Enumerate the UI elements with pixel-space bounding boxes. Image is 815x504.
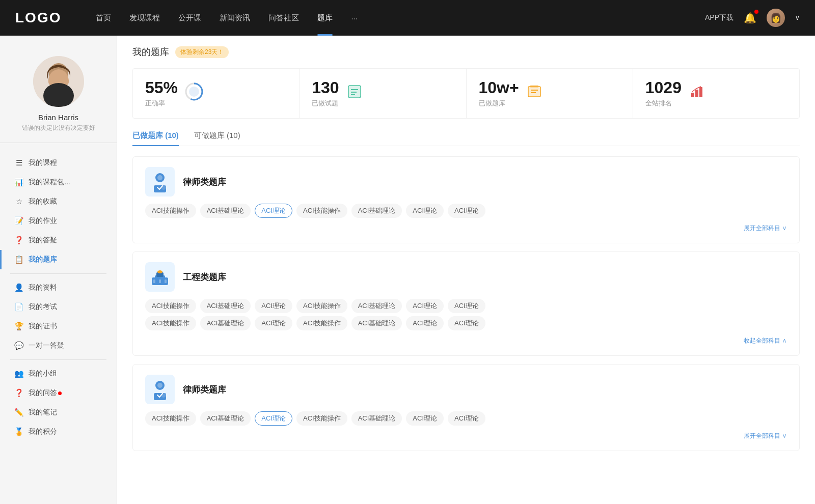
tag-item[interactable]: ACI技能操作 (296, 316, 347, 330)
tag-item[interactable]: ACI理论 (406, 316, 444, 330)
page-header: 我的题库 体验剩余23天！ (132, 46, 800, 58)
tag-item[interactable]: ACI基础理论 (351, 299, 402, 313)
sidebar-item-notes[interactable]: ✏️ 我的笔记 (0, 403, 117, 422)
tag-item[interactable]: ACI理论 (448, 316, 485, 330)
tab-done-banks[interactable]: 已做题库 (10) (132, 131, 179, 146)
sidebar-item-exam[interactable]: 📄 我的考试 (0, 297, 117, 317)
tags-row-engineer-2: ACI技能操作 ACI基础理论 ACI理论 ACI技能操作 ACI基础理论 AC… (145, 316, 787, 330)
bank-icon-lawyer-2 (145, 375, 175, 404)
expand-link-lawyer-1[interactable]: 展开全部科目 ∨ (145, 221, 787, 233)
stat-icon-rank (689, 83, 705, 103)
tag-item[interactable]: ACI技能操作 (296, 299, 347, 313)
sidebar-item-course-packages[interactable]: 📊 我的课程包... (0, 173, 117, 192)
expand-link-lawyer-2[interactable]: 展开全部科目 ∨ (145, 429, 787, 440)
tag-item[interactable]: ACI理论 (448, 299, 485, 313)
svg-point-23 (157, 175, 162, 180)
bank-card-header: 律师类题库 (145, 167, 787, 197)
stat-icon-banks (526, 83, 542, 103)
tag-item[interactable]: ACI理论 (406, 299, 444, 313)
sidebar-item-label: 我的资料 (29, 283, 57, 292)
nav-home[interactable]: 首页 (87, 0, 120, 36)
sidebar-item-qa[interactable]: ❓ 我的答疑 (0, 231, 117, 250)
page-title: 我的题库 (132, 46, 169, 58)
notification-button[interactable]: 🔔 (744, 12, 756, 24)
tag-item[interactable]: ACI基础理论 (351, 316, 402, 330)
tag-item[interactable]: ACI技能操作 (145, 411, 196, 426)
tag-item[interactable]: ACI技能操作 (145, 204, 196, 218)
collapse-link-engineer[interactable]: 收起全部科目 ∧ (145, 333, 787, 345)
bell-icon: 🔔 (744, 12, 756, 23)
stat-text: 55% 正确率 (145, 79, 178, 108)
nav-open-course[interactable]: 公开课 (169, 0, 210, 36)
tag-item[interactable]: ACI理论 (255, 316, 292, 330)
tag-item-active[interactable]: ACI理论 (255, 411, 292, 426)
tag-item-active[interactable]: ACI理论 (255, 204, 292, 218)
stat-label-3: 已做题库 (479, 99, 519, 108)
menu-divider-2 (10, 359, 106, 360)
tag-item[interactable]: ACI理论 (255, 299, 292, 313)
tag-item[interactable]: ACI基础理论 (200, 411, 251, 426)
bank-card-header-2: 工程类题库 (145, 262, 787, 292)
tags-row-lawyer-1: ACI技能操作 ACI基础理论 ACI理论 ACI技能操作 ACI基础理论 AC… (145, 204, 787, 218)
tag-item[interactable]: ACI技能操作 (296, 411, 347, 426)
bank-icon-engineer (145, 262, 175, 292)
tag-item[interactable]: ACI基础理论 (351, 204, 402, 218)
trial-badge: 体验剩余23天！ (175, 46, 229, 58)
nav-menu: 首页 发现课程 公开课 新闻资讯 问答社区 题库 ··· (87, 0, 705, 36)
tag-item[interactable]: ACI理论 (406, 204, 444, 218)
tab-available-banks[interactable]: 可做题库 (10) (194, 131, 240, 146)
sidebar-item-label: 我的收藏 (29, 197, 57, 206)
sidebar-item-homework[interactable]: 📝 我的作业 (0, 211, 117, 231)
content-tabs: 已做题库 (10) 可做题库 (10) (132, 131, 800, 146)
tag-item[interactable]: ACI理论 (448, 411, 485, 426)
user-dropdown-arrow[interactable]: ∨ (795, 14, 800, 21)
sidebar-item-favorites[interactable]: ☆ 我的收藏 (0, 192, 117, 211)
nav-qa[interactable]: 问答社区 (259, 0, 308, 36)
menu-divider (10, 273, 106, 274)
sidebar-item-tutor[interactable]: 💬 一对一答疑 (0, 336, 117, 355)
svg-point-7 (189, 87, 199, 97)
tag-item[interactable]: ACI基础理论 (351, 411, 402, 426)
avatar (33, 56, 84, 107)
stat-number-2: 130 (312, 79, 339, 97)
stat-text-3: 10w+ 已做题库 (479, 79, 519, 108)
nav-quiz[interactable]: 题库 (308, 0, 342, 36)
tag-item[interactable]: ACI基础理论 (200, 299, 251, 313)
sidebar-item-certificate[interactable]: 🏆 我的证书 (0, 317, 117, 336)
tag-item[interactable]: ACI技能操作 (296, 204, 347, 218)
nav-more[interactable]: ··· (342, 0, 367, 36)
stat-done-banks: 10w+ 已做题库 (467, 69, 633, 118)
bank-card-lawyer-2: 律师类题库 ACI技能操作 ACI基础理论 ACI理论 ACI技能操作 ACI基… (132, 364, 800, 451)
sidebar-item-courses[interactable]: ☰ 我的课程 (0, 153, 117, 173)
stat-accuracy: 55% 正确率 (133, 69, 300, 118)
tags-row-lawyer-2: ACI技能操作 ACI基础理论 ACI理论 ACI技能操作 ACI基础理论 AC… (145, 411, 787, 426)
tag-item[interactable]: ACI理论 (406, 411, 444, 426)
tag-item[interactable]: ACI技能操作 (145, 316, 196, 330)
stat-ranking: 1029 全站排名 (633, 69, 799, 118)
user-avatar-nav[interactable]: 👩 (767, 9, 785, 27)
tag-item[interactable]: ACI基础理论 (200, 316, 251, 330)
sidebar-item-label: 我的笔记 (29, 408, 57, 417)
sidebar-item-label: 我的小组 (29, 369, 57, 378)
navbar-right: APP下载 🔔 👩 ∨ (705, 9, 800, 27)
stat-number-3: 10w+ (479, 79, 519, 97)
nav-discover[interactable]: 发现课程 (120, 0, 169, 36)
main-content: 我的题库 体验剩余23天！ 55% 正确率 (117, 36, 815, 504)
bank-card-engineer: 工程类题库 ACI技能操作 ACI基础理论 ACI理论 ACI技能操作 ACI基… (132, 251, 800, 356)
stat-icon-done (346, 83, 363, 103)
sidebar-item-groups[interactable]: 👥 我的小组 (0, 364, 117, 383)
profile-icon: 👤 (14, 283, 23, 292)
tag-item[interactable]: ACI基础理论 (200, 204, 251, 218)
profile-name: Brian Harris (38, 113, 78, 122)
sidebar-item-questions[interactable]: ❓ 我的问答 (0, 383, 117, 403)
svg-rect-28 (157, 270, 162, 273)
sidebar-item-questionbank[interactable]: 📋 我的题库 (0, 250, 117, 269)
nav-news[interactable]: 新闻资讯 (210, 0, 259, 36)
tag-item[interactable]: ACI技能操作 (145, 299, 196, 313)
app-download-button[interactable]: APP下载 (705, 13, 734, 22)
stat-number: 55% (145, 79, 178, 97)
sidebar-item-profile[interactable]: 👤 我的资料 (0, 278, 117, 297)
sidebar-item-points[interactable]: 🏅 我的积分 (0, 422, 117, 441)
sidebar-item-label: 我的题库 (29, 255, 57, 264)
tag-item[interactable]: ACI理论 (448, 204, 485, 218)
